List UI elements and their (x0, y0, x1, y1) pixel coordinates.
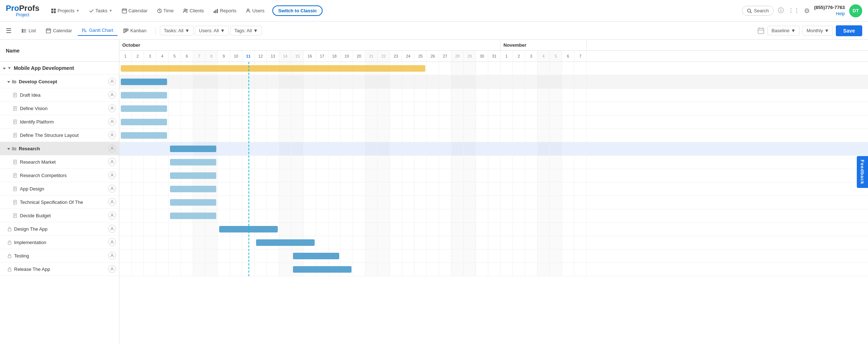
gantt-row[interactable] (119, 263, 868, 276)
gantt-bar[interactable] (121, 92, 167, 98)
task-row[interactable]: Develop Concept (0, 75, 119, 88)
view-calendar[interactable]: Calendar (42, 26, 76, 35)
gantt-bar[interactable] (170, 199, 216, 206)
gantt-bar[interactable] (170, 159, 216, 165)
gantt-row[interactable] (119, 183, 868, 196)
gantt-bar[interactable] (121, 105, 167, 112)
task-row[interactable]: Define The Structure Layout (0, 129, 119, 142)
hamburger-icon[interactable]: ☰ (6, 27, 12, 35)
settings-icon[interactable]: ⚙ (804, 7, 810, 15)
gantt-row[interactable] (119, 75, 868, 89)
gantt-row[interactable] (119, 142, 868, 156)
gantt-bar[interactable] (170, 186, 216, 192)
gantt-bar[interactable] (170, 172, 216, 179)
gantt-row[interactable] (119, 89, 868, 102)
monthly-btn[interactable]: Monthly ▼ (803, 26, 833, 35)
nav-calendar[interactable]: Calendar (118, 6, 151, 16)
menu-dots-icon[interactable]: ⋮⋮ (788, 7, 800, 14)
kanban-icon (123, 28, 128, 33)
gantt-bar[interactable] (121, 65, 425, 72)
gantt-bar[interactable] (170, 213, 216, 219)
help-label[interactable]: Help (814, 11, 845, 17)
view-kanban[interactable]: Kanban (119, 26, 151, 35)
gantt-bar[interactable] (256, 239, 315, 246)
logo[interactable]: ProProfs Project (6, 4, 39, 17)
gantt-row[interactable] (119, 196, 868, 209)
task-avatar[interactable] (108, 238, 116, 246)
task-avatar[interactable] (108, 225, 116, 233)
task-avatar[interactable] (108, 171, 116, 179)
feedback-tab[interactable]: Feedback (857, 156, 868, 188)
task-row[interactable]: Design The App (0, 222, 119, 236)
task-avatar[interactable] (108, 118, 116, 126)
switch-classic-button[interactable]: Switch to Classic (272, 5, 323, 16)
day-col (464, 236, 476, 249)
task-avatar[interactable] (108, 185, 116, 193)
task-row[interactable]: Decide Budget (0, 209, 119, 222)
task-avatar[interactable] (108, 211, 116, 219)
gantt-row[interactable] (119, 209, 868, 223)
day-col (292, 89, 304, 102)
gantt-row[interactable] (119, 102, 868, 116)
save-button[interactable]: Save (836, 25, 862, 36)
task-row[interactable]: Research Competitors (0, 169, 119, 182)
task-row[interactable]: Implementation (0, 236, 119, 249)
task-row[interactable]: ▼ Mobile App Development (0, 62, 119, 75)
gantt-bar[interactable] (121, 79, 167, 85)
task-row[interactable]: Release The App (0, 263, 119, 276)
day-col (414, 263, 427, 276)
task-avatar[interactable] (108, 104, 116, 112)
avatar[interactable]: DT (849, 4, 862, 17)
gantt-panel[interactable]: OctoberNovember 123456789101112131415161… (119, 40, 868, 344)
task-row[interactable]: Draft Idea (0, 88, 119, 102)
nav-time[interactable]: Time (153, 6, 177, 16)
gantt-bar[interactable] (121, 119, 167, 125)
task-avatar[interactable] (108, 91, 116, 99)
nav-projects[interactable]: Projects ▼ (47, 6, 83, 16)
task-avatar[interactable] (108, 158, 116, 166)
gantt-row[interactable] (119, 236, 868, 249)
nav-reports[interactable]: Reports (210, 6, 240, 16)
task-avatar[interactable] (108, 77, 116, 85)
gantt-row[interactable] (119, 156, 868, 169)
search-box[interactable]: Search (742, 6, 774, 16)
task-avatar[interactable] (108, 265, 116, 273)
day-cell: 5 (550, 51, 562, 62)
task-avatar[interactable] (108, 144, 116, 152)
nav-users[interactable]: Users (242, 6, 268, 16)
gantt-bar[interactable] (219, 226, 278, 232)
task-row[interactable]: Define Vision (0, 102, 119, 115)
gantt-row[interactable] (119, 62, 868, 75)
task-row[interactable]: Research Market (0, 155, 119, 169)
task-row[interactable]: Technical Specification Of The (0, 196, 119, 209)
baseline-arrow: ▼ (791, 28, 796, 33)
users-filter-btn[interactable]: Users: All ▼ (195, 26, 229, 35)
tasks-filter-btn[interactable]: Tasks: All ▼ (160, 26, 193, 35)
task-row[interactable]: Testing (0, 249, 119, 263)
info-icon[interactable]: ⓘ (778, 7, 784, 14)
baseline-btn[interactable]: Baseline ▼ (767, 26, 800, 35)
tags-filter-btn[interactable]: Tags: All ▼ (230, 26, 262, 35)
collapse-arrow[interactable] (7, 147, 10, 151)
nav-clients[interactable]: Clients (179, 6, 208, 16)
task-row[interactable]: Identify Platform (0, 115, 119, 129)
nav-tasks[interactable]: Tasks ▼ (85, 6, 116, 16)
gantt-row[interactable] (119, 169, 868, 183)
task-row[interactable]: App Design (0, 182, 119, 196)
gantt-bar[interactable] (121, 132, 167, 139)
task-avatar[interactable] (108, 252, 116, 260)
task-row[interactable]: Research (0, 142, 119, 155)
gantt-bar[interactable] (293, 266, 352, 273)
gantt-row[interactable] (119, 116, 868, 129)
gantt-row[interactable] (119, 129, 868, 142)
collapse-arrow[interactable] (3, 66, 6, 70)
task-avatar[interactable] (108, 131, 116, 139)
view-gantt[interactable]: Gantt Chart (78, 25, 118, 36)
gantt-row[interactable] (119, 223, 868, 236)
gantt-row[interactable] (119, 249, 868, 263)
task-avatar[interactable] (108, 198, 116, 206)
view-list[interactable]: List (17, 26, 40, 35)
collapse-arrow[interactable] (7, 80, 10, 84)
gantt-bar[interactable] (293, 253, 339, 259)
gantt-bar[interactable] (170, 146, 216, 152)
